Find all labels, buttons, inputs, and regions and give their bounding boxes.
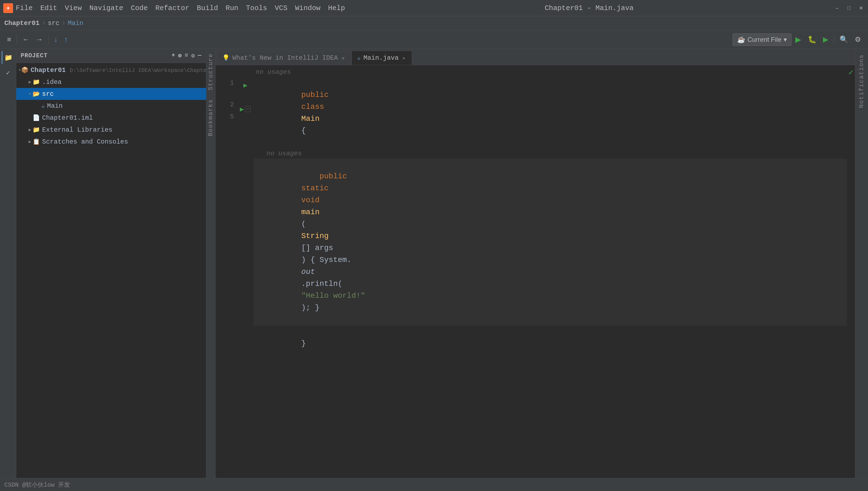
- toolbar: ≡ ← → ↓ ↑ ☕ Current File ▾ ▶ 🐛 ▶ 🔍 ⚙: [0, 30, 868, 49]
- java-file-icon: ☕: [41, 102, 45, 110]
- menu-navigate[interactable]: Navigate: [89, 4, 123, 12]
- activity-bar: 📁 ✓: [0, 49, 16, 478]
- toolbar-vcs-update-btn[interactable]: ↓: [51, 34, 60, 45]
- menu-edit[interactable]: Edit: [40, 4, 57, 12]
- folder-icon-chapter01: 📦: [21, 66, 29, 74]
- tree-item-chapter01[interactable]: ▾ 📦 Chapter01 D:\Software\IntelliJ IDEA\…: [16, 64, 206, 76]
- string-hello: "Hello world!": [301, 291, 365, 300]
- sidebar-icon-settings[interactable]: ⚙: [191, 52, 195, 59]
- kw-static: static: [301, 184, 333, 193]
- type-string: String: [301, 232, 329, 240]
- sidebar-icon-add[interactable]: +: [172, 52, 175, 59]
- notifications-label: Notifications: [858, 54, 865, 108]
- code-line-5[interactable]: }: [254, 326, 847, 362]
- menu-refactor[interactable]: Refactor: [155, 4, 190, 12]
- sidebar-icon-sync[interactable]: ⊕: [178, 52, 182, 59]
- param-args: [] args: [301, 244, 333, 252]
- toolbar-forward-btn[interactable]: →: [33, 34, 46, 45]
- close-button[interactable]: ✕: [857, 4, 865, 12]
- tree-item-idea[interactable]: ▶ 📁 .idea: [16, 76, 206, 88]
- menu-code[interactable]: Code: [131, 4, 148, 12]
- menu-build[interactable]: Build: [197, 4, 218, 12]
- menu-vcs[interactable]: VCS: [275, 4, 287, 12]
- tree-item-iml[interactable]: ▶ 📄 Chapter01.iml: [16, 112, 206, 124]
- maximize-button[interactable]: □: [845, 4, 853, 12]
- breadcrumb-src[interactable]: src: [48, 20, 59, 27]
- toolbar-back-btn[interactable]: ←: [20, 34, 32, 45]
- menu-run[interactable]: Run: [226, 4, 238, 12]
- arrow-idea: ▶: [27, 79, 33, 85]
- sidebar-title: Project: [21, 52, 48, 59]
- kw-class: class: [301, 103, 329, 111]
- menu-view[interactable]: View: [65, 4, 82, 12]
- current-file-dropdown[interactable]: ☕ Current File ▾: [732, 33, 791, 46]
- activity-commit-icon[interactable]: ✓: [2, 66, 15, 79]
- tab-whats-new[interactable]: 💡 What's New in IntelliJ IDEA ✕: [216, 51, 351, 65]
- fold-line2-btn[interactable]: −: [245, 106, 251, 112]
- folder-icon-idea: 📁: [33, 79, 40, 86]
- menu-file[interactable]: File: [16, 4, 33, 12]
- method-main: main: [301, 208, 319, 216]
- scratches-icon: 📋: [33, 138, 40, 145]
- breadcrumb-main[interactable]: Main: [68, 20, 84, 27]
- tree-label-src: src: [42, 90, 54, 98]
- editor: 1 2 5 ▶ ▶ −: [215, 65, 855, 478]
- run-line2-btn[interactable]: ▶: [240, 105, 244, 113]
- toolbar-vcs-push-btn[interactable]: ↑: [61, 34, 70, 45]
- sidebar: Project + ⊕ ≡ ⚙ — ▾ 📦 Chapter01 D:\Softw…: [16, 49, 206, 478]
- activity-project-icon[interactable]: 📁: [2, 51, 15, 64]
- hint-no-usages-2: no usages: [254, 149, 847, 158]
- punct-brace-open: {: [301, 126, 306, 135]
- menu-help[interactable]: Help: [328, 4, 345, 12]
- editor-gutter: ▶ ▶ −: [237, 65, 254, 478]
- kw-void: void: [301, 196, 324, 204]
- menu-window[interactable]: Window: [295, 4, 321, 12]
- kw-public-2: public: [301, 172, 351, 180]
- status-bar: CSDN @软小伙low 开发: [0, 478, 868, 491]
- punct-brace-close: }: [301, 339, 306, 348]
- editor-area: 💡 What's New in IntelliJ IDEA ✕ ☕ Main.j…: [215, 49, 855, 478]
- minimize-button[interactable]: –: [833, 4, 841, 12]
- tab-main-java[interactable]: ☕ Main.java ✕: [351, 51, 412, 65]
- status-bar-text: CSDN @软小伙low 开发: [4, 481, 70, 489]
- breadcrumb-chapter01[interactable]: Chapter01: [4, 20, 40, 27]
- menu-tools[interactable]: Tools: [246, 4, 267, 12]
- main-java-tab-close[interactable]: ✕: [401, 55, 407, 62]
- run-line1-btn[interactable]: ▶: [243, 81, 247, 89]
- sidebar-icon-minimize[interactable]: —: [198, 52, 202, 59]
- settings-btn[interactable]: ⚙: [852, 34, 864, 45]
- tree-item-src[interactable]: ▾ 📂 src: [16, 88, 206, 100]
- breadcrumb-bar: Chapter01 › src › Main: [0, 16, 868, 30]
- tree-item-main-java[interactable]: ▶ ☕ Main: [16, 100, 206, 112]
- toolbar-sep-1: [17, 35, 17, 45]
- tree-label-main: Main: [47, 102, 63, 110]
- bookmarks-panel-label[interactable]: Bookmarks: [206, 95, 215, 141]
- sidebar-tree: ▾ 📦 Chapter01 D:\Software\IntelliJ IDEA\…: [16, 63, 206, 478]
- tree-item-scratches[interactable]: ▶ 📋 Scratches and Consoles: [16, 136, 206, 148]
- toolbar-project-btn[interactable]: ≡: [4, 34, 14, 45]
- punct-paren-open: (: [301, 220, 306, 228]
- structure-panel-label[interactable]: Structure: [206, 49, 215, 95]
- whats-new-tab-icon: 💡: [222, 54, 230, 62]
- external-libs-icon: 📁: [33, 126, 40, 134]
- tree-label-scratches: Scratches and Consoles: [42, 138, 128, 145]
- code-line-1[interactable]: public class Main {: [254, 77, 847, 149]
- search-everywhere-btn[interactable]: 🔍: [837, 34, 851, 45]
- tree-label-external-libs: External Libraries: [42, 126, 112, 134]
- status-check-icon[interactable]: ✓: [847, 67, 855, 77]
- line-numbers: 1 2 5: [215, 65, 237, 478]
- code-content[interactable]: no usages public class Main { no usages …: [254, 65, 847, 478]
- dropdown-arrow-icon: ▾: [784, 36, 787, 44]
- run-with-coverage-btn[interactable]: ▶: [820, 34, 831, 45]
- sidebar-icon-collapse[interactable]: ≡: [184, 52, 189, 59]
- code-line-2[interactable]: public static void main ( String [] args…: [254, 158, 847, 326]
- sidebar-header-icons: + ⊕ ≡ ⚙ —: [172, 52, 202, 59]
- debug-button[interactable]: 🐛: [805, 34, 819, 45]
- tree-item-external-libs[interactable]: ▶ 📁 External Libraries: [16, 124, 206, 136]
- sidebar-header: Project + ⊕ ≡ ⚙ —: [16, 49, 206, 63]
- arrow-chapter01: ▾: [19, 67, 21, 73]
- kw-public-1: public: [301, 91, 333, 99]
- breadcrumb-sep-2: ›: [62, 20, 65, 27]
- whats-new-tab-close[interactable]: ✕: [341, 55, 346, 62]
- run-button[interactable]: ▶: [792, 33, 804, 46]
